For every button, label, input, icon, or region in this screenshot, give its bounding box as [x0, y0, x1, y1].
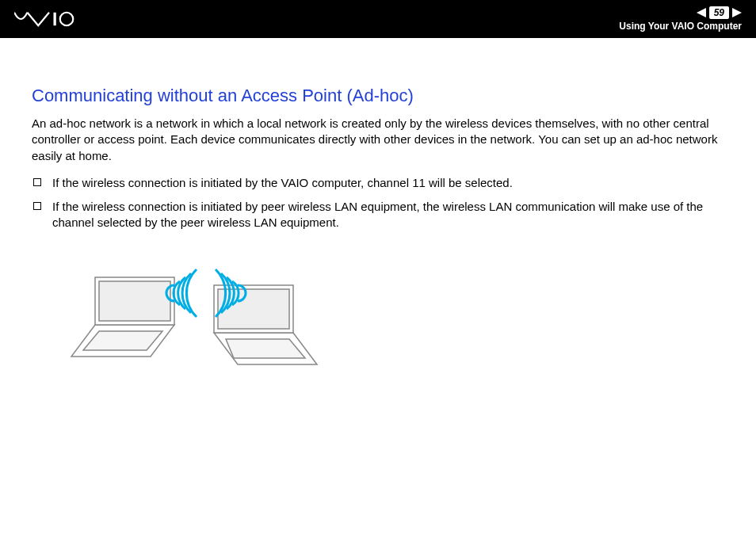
- bullet-list: If the wireless connection is initiated …: [32, 175, 724, 231]
- document-header: 59 Using Your VAIO Computer: [0, 0, 756, 38]
- next-page-arrow-icon[interactable]: [732, 8, 742, 17]
- svg-point-1: [60, 13, 74, 26]
- svg-rect-0: [54, 13, 56, 26]
- vaio-logo: [14, 10, 101, 28]
- adhoc-illustration: [55, 246, 724, 383]
- list-item-text: If the wireless connection is initiated …: [52, 199, 724, 231]
- svg-marker-4: [99, 281, 170, 321]
- prev-page-arrow-icon[interactable]: [697, 8, 706, 17]
- square-bullet-icon: [33, 178, 41, 186]
- list-item-text: If the wireless connection is initiated …: [52, 175, 513, 191]
- list-item: If the wireless connection is initiated …: [32, 175, 724, 191]
- laptop-left-icon: [71, 277, 174, 357]
- section-title: Using Your VAIO Computer: [619, 21, 742, 32]
- page-title: Communicating without an Access Point (A…: [32, 86, 724, 106]
- page-content: Communicating without an Access Point (A…: [0, 38, 756, 383]
- page-navigator: 59: [697, 6, 742, 19]
- list-item: If the wireless connection is initiated …: [32, 199, 724, 231]
- page-number: 59: [709, 6, 729, 19]
- intro-paragraph: An ad-hoc network is a network in which …: [32, 116, 724, 164]
- square-bullet-icon: [33, 202, 41, 210]
